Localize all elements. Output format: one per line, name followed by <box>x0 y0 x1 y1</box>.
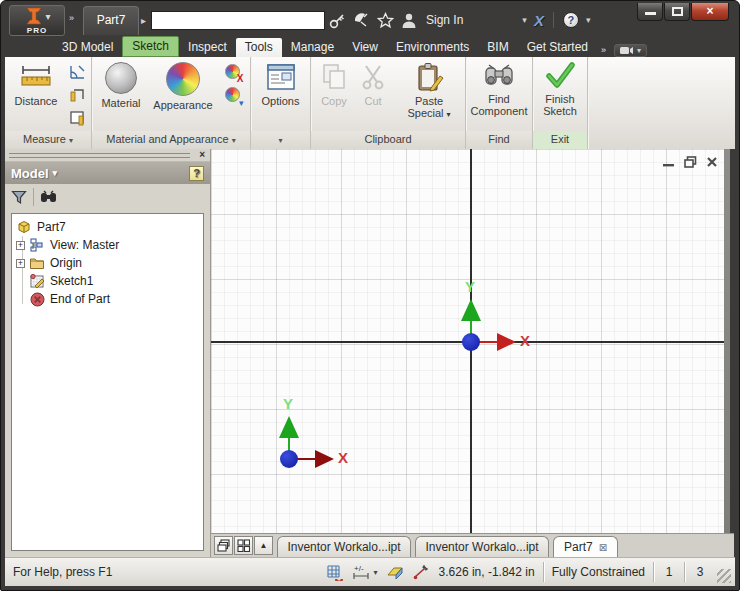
doc-close-icon[interactable] <box>706 154 718 172</box>
doc-tab-workalong-2[interactable]: Inventor Workalo...ipt <box>415 536 549 557</box>
tab-manage[interactable]: Manage <box>282 38 343 57</box>
copy-icon <box>319 62 349 92</box>
material-appearance-dropdown-icon: ▾ <box>232 136 236 145</box>
ribbon: Distance <box>5 57 735 149</box>
tab-get-started[interactable]: Get Started <box>518 38 597 57</box>
resize-grip[interactable] <box>717 569 731 583</box>
exchange-apps-icon[interactable]: X <box>534 12 544 29</box>
tab-scroll-up-button[interactable]: ▲ <box>254 536 273 555</box>
browser-find-icon[interactable] <box>40 190 57 205</box>
help-dropdown-icon[interactable]: ▾ <box>586 15 591 25</box>
find-panel-label: Find <box>466 131 532 149</box>
titlebar[interactable]: ▾ PRO » Part7 ▸ Sign In ▾ <box>3 3 737 37</box>
quick-search-input[interactable] <box>151 11 325 30</box>
folder-icon <box>29 255 45 271</box>
browser-header[interactable]: Model ▾ ? <box>5 162 210 184</box>
favorites-star-icon[interactable] <box>377 12 394 29</box>
loop-measure-button[interactable] <box>66 84 88 105</box>
finish-check-icon <box>544 62 576 90</box>
tab-3d-model[interactable]: 3D Model <box>53 38 122 57</box>
snap-to-grid-button[interactable] <box>326 564 344 581</box>
measure-tracker-button[interactable] <box>413 564 431 580</box>
tree-item-end-of-part[interactable]: End of Part <box>16 290 203 308</box>
close-button[interactable]: × <box>691 3 729 21</box>
angle-measure-button[interactable] <box>66 61 88 82</box>
expand-plus-icon[interactable]: + <box>16 241 25 250</box>
qat-expand-icon[interactable]: » <box>69 13 72 23</box>
adjust-appearance-button[interactable]: X <box>221 61 243 82</box>
document-tab-arrow-icon[interactable]: ▸ <box>141 15 146 26</box>
expand-plus-icon[interactable]: + <box>16 259 25 268</box>
tab-overflow-icon[interactable]: » <box>597 43 608 57</box>
ribbon-display-button[interactable]: ▾ <box>614 44 647 57</box>
sign-in-dropdown-icon[interactable]: ▾ <box>522 15 527 25</box>
satellite-icon[interactable] <box>353 12 370 29</box>
tree-item-view-master[interactable]: + View: Master <box>16 236 203 254</box>
origin-y-label: Y <box>465 278 475 295</box>
tab-tools[interactable]: Tools <box>236 38 282 57</box>
tab-view[interactable]: View <box>343 38 387 57</box>
browser-help-icon[interactable]: ? <box>189 166 204 181</box>
tree-item-part[interactable]: Part7 <box>16 218 203 236</box>
titlebar-document-tab[interactable]: Part7 <box>83 6 139 35</box>
help-icon[interactable]: ? <box>563 12 579 28</box>
minimize-button[interactable] <box>637 3 663 21</box>
measure-panel-label[interactable]: Measure ▾ <box>5 131 91 149</box>
browser-toolbar <box>5 184 210 210</box>
dimension-display-button[interactable]: +/- ▾ <box>352 564 378 580</box>
sketch-plane-button[interactable] <box>386 564 405 580</box>
exit-panel-text: Exit <box>551 133 569 145</box>
doc-tab-close-icon[interactable]: ⊠ <box>599 542 607 553</box>
material-sphere-icon <box>105 62 137 94</box>
maximize-icon <box>672 7 683 16</box>
area-icon <box>69 110 86 126</box>
paste-special-label: Paste Special ▾ <box>398 95 460 121</box>
material-appearance-panel-label[interactable]: Material and Appearance ▾ <box>92 131 250 149</box>
dimension-dropdown-icon: ▾ <box>374 568 378 577</box>
find-component-button[interactable]: Find Component <box>469 60 529 130</box>
part-cube-icon <box>16 219 32 235</box>
origin-point[interactable] <box>462 333 480 351</box>
finish-sketch-button[interactable]: Finish Sketch <box>536 60 584 130</box>
key-icon[interactable] <box>329 12 346 29</box>
filter-icon[interactable] <box>11 190 27 205</box>
doc-minimize-icon[interactable] <box>662 154 675 172</box>
clear-appearance-button[interactable]: ▾ <box>221 84 243 105</box>
application-menu-button[interactable]: ▾ PRO <box>9 5 65 36</box>
doc-tab-workalong-1[interactable]: Inventor Workalo...ipt <box>277 536 411 557</box>
distance-label: Distance <box>15 95 58 107</box>
distance-ruler-icon <box>19 62 53 92</box>
doc-tab-part7[interactable]: Part7 ⊠ <box>553 536 618 557</box>
doc-restore-icon[interactable] <box>684 154 697 172</box>
sketch-point[interactable] <box>280 450 298 468</box>
distance-button[interactable]: Distance <box>8 60 64 130</box>
browser-title-dropdown-icon[interactable]: ▾ <box>53 168 58 178</box>
tree-item-sketch[interactable]: Sketch1 <box>16 272 203 290</box>
maximize-button[interactable] <box>664 3 690 21</box>
options-panel-label[interactable]: ▾ <box>251 131 310 149</box>
sign-in-label[interactable]: Sign In <box>426 13 463 27</box>
tree-item-origin[interactable]: + Origin <box>16 254 203 272</box>
material-button[interactable]: Material <box>95 60 147 130</box>
canvas-scrollbar[interactable] <box>724 149 730 533</box>
sketch-canvas[interactable]: Y X Y X <box>211 149 730 533</box>
browser-title: Model <box>11 166 49 181</box>
paste-special-button[interactable]: Paste Special ▾ <box>398 60 460 130</box>
appearance-button[interactable]: Appearance <box>147 60 219 130</box>
status-separator <box>543 562 544 582</box>
sign-in-person-icon[interactable] <box>401 12 417 29</box>
tab-inspect[interactable]: Inspect <box>179 38 236 57</box>
tab-sketch[interactable]: Sketch <box>122 36 179 57</box>
browser-grip[interactable]: × <box>5 149 210 162</box>
panel-material-appearance: Material Appearance X <box>92 57 251 149</box>
options-button[interactable]: Options <box>254 60 307 130</box>
crosshair-measure-icon <box>413 564 431 580</box>
browser-close-icon[interactable]: × <box>199 149 205 160</box>
cascade-windows-button[interactable] <box>214 536 233 555</box>
sketch-y-label: Y <box>283 395 293 412</box>
area-measure-button[interactable] <box>66 107 88 128</box>
tab-bim[interactable]: BIM <box>478 38 517 57</box>
tab-environments[interactable]: Environments <box>387 38 478 57</box>
status-separator <box>653 562 654 582</box>
tile-windows-button[interactable] <box>234 536 253 555</box>
